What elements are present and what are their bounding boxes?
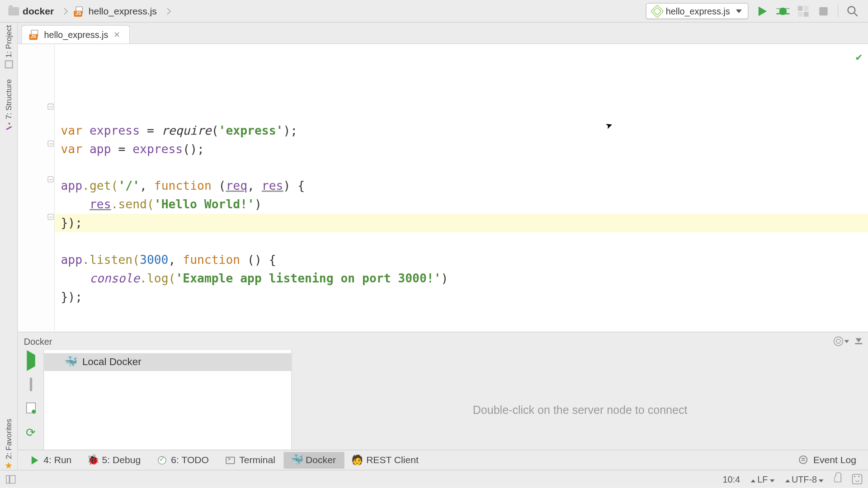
play-icon [27, 350, 35, 371]
breadcrumb-file-label: hello_express.js [89, 6, 157, 17]
todo-toolwindow-button[interactable]: 6: TODO [149, 452, 217, 469]
coverage-button[interactable] [797, 5, 809, 17]
favorites-label: 2: Favorites [4, 419, 13, 460]
code-text: var express = require('express'); var ap… [61, 122, 862, 306]
inspection-profile-icon[interactable] [852, 474, 862, 484]
bug-icon: 🐞 [88, 455, 98, 465]
dropdown-caret-icon [736, 9, 742, 13]
coverage-icon [798, 6, 809, 17]
caret-position[interactable]: 10:4 [722, 474, 740, 484]
svg-point-2 [799, 455, 807, 463]
svg-point-0 [848, 6, 855, 14]
folder-icon [8, 7, 19, 15]
status-bar: 10:4 LF UTF-8 [0, 470, 868, 488]
encoding-selector[interactable]: UTF-8 [785, 474, 823, 484]
run-toolwindow-button[interactable]: 4: Run [21, 452, 80, 469]
project-toolwindow-button[interactable]: 1: Project [4, 25, 13, 68]
structure-label: 7: Structure [4, 79, 13, 119]
search-everywhere-button[interactable] [847, 5, 859, 17]
rest-label: REST Client [366, 455, 419, 465]
docker-sync-button[interactable]: ⟳ [26, 425, 36, 440]
run-button[interactable] [757, 5, 769, 17]
editor-gutter[interactable]: – – – – [18, 44, 55, 332]
tab-label: hello_express.js [44, 29, 108, 39]
structure-icon [5, 122, 13, 130]
rest-client-icon: 🧑 [353, 455, 362, 465]
restclient-toolwindow-button[interactable]: 🧑 REST Client [344, 452, 427, 469]
search-icon [847, 5, 859, 17]
structure-toolwindow-button[interactable]: 7: Structure [4, 79, 13, 130]
stop-icon [819, 7, 827, 15]
stop-icon [29, 378, 32, 391]
eventlog-button[interactable]: Event Log [790, 452, 865, 469]
tab-close-button[interactable]: ✕ [113, 30, 122, 39]
docker-deploy-button[interactable] [26, 403, 35, 413]
play-icon [31, 456, 38, 464]
play-icon [759, 6, 767, 16]
docker-server-label: Local Docker [82, 356, 142, 368]
fold-toggle-icon[interactable]: – [47, 141, 53, 146]
run-config-label: hello_express.js [666, 6, 730, 16]
breadcrumb-folder[interactable]: docker [5, 0, 71, 22]
favorites-toolwindow-button[interactable]: 2: Favorites ★ [4, 419, 13, 470]
docker-icon: 🐳 [292, 455, 302, 464]
docker-title: Docker [24, 336, 52, 346]
docker-stop-button [29, 379, 32, 390]
docker-icon: 🐳 [64, 355, 77, 368]
docker-connect-button[interactable] [27, 355, 35, 367]
docker-tool-window: Docker ⟳ » 🐳 Local Docker Double-clic [18, 332, 868, 470]
toolbar-divider [838, 5, 838, 18]
js-file-icon: JS [29, 29, 40, 40]
inspections-ok-icon[interactable]: ✔ [856, 47, 862, 66]
run-label: 4: Run [43, 455, 71, 465]
docker-toolwindow-button[interactable]: 🐳 Docker [283, 452, 344, 469]
terminal-icon [226, 456, 235, 464]
project-icon [5, 60, 13, 68]
eventlog-icon [798, 455, 809, 465]
svg-line-1 [854, 13, 858, 16]
toolbar-right: hello_express.js [646, 3, 863, 19]
fold-toggle-icon[interactable]: – [47, 176, 53, 182]
docker-server-node[interactable]: 🐳 Local Docker [44, 353, 292, 371]
star-icon: ★ [5, 461, 13, 469]
terminal-label: Terminal [239, 455, 275, 465]
code-editor[interactable]: – – – – ✔ ➤ var express = require('expre… [18, 44, 868, 332]
fold-toggle-icon[interactable]: – [47, 103, 53, 109]
project-label: 1: Project [4, 25, 13, 57]
navigation-bar: docker JS hello_express.js hello_express… [0, 0, 868, 23]
stop-button [817, 5, 829, 17]
terminal-toolwindow-button[interactable]: Terminal [217, 452, 283, 469]
todo-icon [158, 456, 166, 464]
todo-label: 6: TODO [171, 455, 209, 465]
bottom-toolwindow-bar: 4: Run 🐞 5: Debug 6: TODO Terminal 🐳 Doc… [18, 450, 868, 470]
toolwindows-quickaccess-icon[interactable] [6, 475, 15, 483]
code-area[interactable]: ✔ ➤ var express = require('express'); va… [55, 44, 868, 332]
debug-button[interactable] [777, 5, 789, 17]
debug-label: 5: Debug [102, 455, 141, 465]
eventlog-label: Event Log [813, 455, 856, 465]
js-file-icon: JS [74, 6, 85, 17]
docker-hint-text: Double-click on the server node to conne… [473, 404, 688, 417]
editor-tabs: JS hello_express.js ✕ [18, 23, 868, 44]
docker-label: Docker [306, 455, 336, 465]
bug-icon [778, 6, 788, 16]
nodejs-icon [651, 4, 664, 18]
breadcrumb-file[interactable]: JS hello_express.js [71, 0, 174, 22]
breadcrumb-folder-label: docker [23, 6, 54, 17]
readonly-toggle-icon[interactable] [834, 476, 841, 482]
docker-settings-button[interactable] [834, 337, 843, 346]
debug-toolwindow-button[interactable]: 🐞 5: Debug [80, 452, 149, 469]
main-area: JS hello_express.js ✕ – – – – ✔ ➤ var ex… [18, 23, 868, 470]
left-tool-strip: 1: Project 7: Structure 2: Favorites ★ [0, 23, 18, 470]
run-configuration-selector[interactable]: hello_express.js [646, 3, 748, 19]
fold-toggle-icon[interactable]: – [47, 214, 53, 220]
line-separator-selector[interactable]: LF [751, 474, 774, 484]
editor-tab-active[interactable]: JS hello_express.js ✕ [21, 25, 129, 43]
